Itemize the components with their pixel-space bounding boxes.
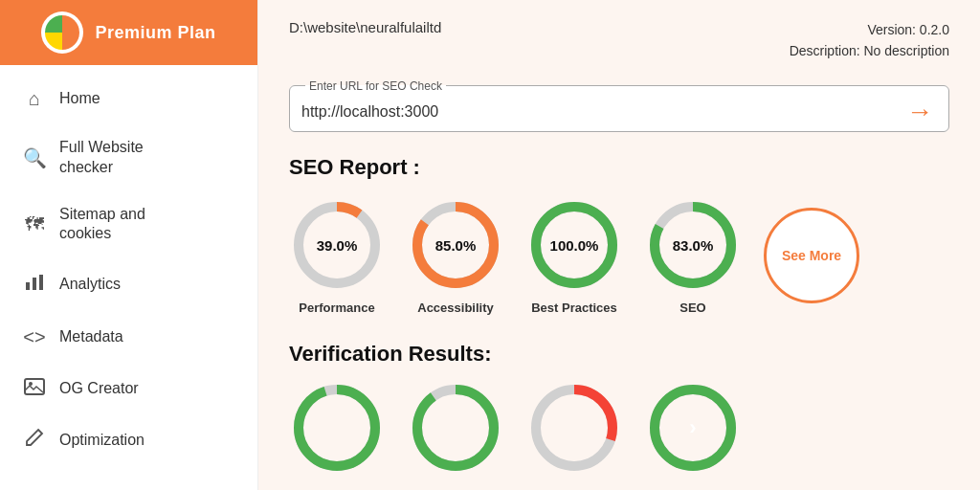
url-legend: Enter URL for SEO Check	[305, 79, 446, 93]
sidebar-item-label-analytics: Analytics	[59, 275, 121, 295]
see-more-label: See More	[782, 247, 841, 264]
edit-icon	[23, 428, 46, 453]
gauge-performance: 39.0% Performance	[289, 197, 385, 315]
svg-rect-1	[33, 278, 36, 290]
image-icon	[23, 376, 46, 401]
svg-rect-0	[26, 282, 30, 290]
gauge-accessibility-name: Accessibility	[417, 301, 494, 315]
gauge-seo-chart: 83.0%	[645, 197, 741, 293]
gauge-accessibility: 85.0% Accessibility	[408, 197, 503, 315]
sidebar-item-full-website-checker[interactable]: 🔍 Full Websitechecker	[0, 124, 257, 191]
sidebar-item-label-og: OG Creator	[59, 379, 139, 399]
gauge-accessibility-value: 85.0%	[435, 236, 477, 253]
file-path: D:\website\neuralfulailtd	[289, 19, 441, 35]
code-icon: <>	[23, 324, 46, 349]
verification-gauges-row: ›	[289, 380, 949, 476]
sidebar-item-og-creator[interactable]: OG Creator	[0, 363, 257, 414]
gauge-performance-chart: 39.0%	[289, 197, 385, 293]
bar-chart-icon	[23, 271, 46, 298]
verification-gauge-4: ›	[645, 380, 741, 476]
sidebar-item-home[interactable]: ⌂ Home	[0, 73, 257, 124]
verification-gauge-2-chart	[408, 380, 503, 476]
see-more-button[interactable]: See More	[764, 208, 859, 303]
sidebar-item-label-optimization: Optimization	[59, 431, 145, 451]
verification-section: Verification Results:	[289, 342, 949, 476]
gauge-best-practices: 100.0% Best Practices	[526, 197, 622, 315]
sidebar-item-analytics[interactable]: Analytics	[0, 257, 257, 311]
gauge-seo-name: SEO	[679, 301, 705, 315]
seo-gauges-row: 39.0% Performance 85.0% Accessibility	[289, 197, 949, 315]
verification-gauge-3	[526, 380, 622, 476]
logo	[41, 11, 83, 54]
version-text: Version: 0.2.0	[790, 19, 949, 40]
verification-gauge-1-chart	[289, 380, 385, 476]
arrow-right-icon: →	[906, 99, 933, 125]
gauge-best-practices-value: 100.0%	[550, 236, 599, 253]
gauge-best-practices-name: Best Practices	[531, 301, 617, 315]
see-more-item: See More	[764, 208, 859, 303]
gauge-accessibility-chart: 85.0%	[408, 197, 503, 293]
description-text: Description: No description	[790, 40, 949, 61]
url-fieldset: Enter URL for SEO Check →	[289, 79, 949, 132]
svg-point-14	[299, 390, 375, 466]
sidebar-item-label-sitemap: Sitemap andcookies	[59, 205, 145, 245]
seo-report: SEO Report : 39.0% Performance	[289, 155, 949, 315]
verification-gauge-4-arrow: ›	[689, 415, 696, 440]
main-content: D:\website\neuralfulailtd Version: 0.2.0…	[258, 0, 980, 490]
verification-gauge-3-chart	[526, 380, 622, 476]
map-icon: 🗺	[23, 212, 46, 236]
sidebar-item-optimization[interactable]: Optimization	[0, 414, 257, 466]
sidebar-nav: ⌂ Home 🔍 Full Websitechecker 🗺 Sitemap a…	[0, 65, 257, 490]
home-icon: ⌂	[23, 86, 46, 111]
svg-rect-2	[39, 275, 43, 290]
top-bar: D:\website\neuralfulailtd Version: 0.2.0…	[289, 19, 949, 62]
gauge-best-practices-chart: 100.0%	[526, 197, 622, 293]
plan-label: Premium Plan	[95, 23, 215, 43]
logo-graphic	[45, 15, 79, 50]
gauge-seo: 83.0% SEO	[645, 197, 741, 315]
sidebar-item-metadata[interactable]: <> Metadata	[0, 311, 257, 363]
gauge-seo-value: 83.0%	[673, 236, 714, 253]
verification-gauge-2	[408, 380, 503, 476]
verification-title: Verification Results:	[289, 342, 949, 367]
url-section: Enter URL for SEO Check →	[289, 79, 949, 132]
version-info: Version: 0.2.0 Description: No descripti…	[790, 19, 949, 62]
svg-point-16	[417, 390, 494, 466]
url-submit-button[interactable]: →	[902, 99, 937, 125]
url-input[interactable]	[301, 100, 902, 124]
seo-report-title: SEO Report :	[289, 155, 949, 180]
gauge-performance-value: 39.0%	[317, 236, 358, 253]
sidebar-header: Premium Plan	[0, 0, 257, 65]
sidebar: Premium Plan ⌂ Home 🔍 Full Websitechecke…	[0, 0, 258, 490]
sidebar-item-label-metadata: Metadata	[59, 327, 123, 347]
verification-gauge-1	[289, 380, 385, 476]
verification-gauge-4-chart: ›	[645, 380, 741, 476]
sidebar-item-sitemap-cookies[interactable]: 🗺 Sitemap andcookies	[0, 191, 257, 258]
sidebar-item-label-home: Home	[59, 89, 100, 109]
gauge-performance-name: Performance	[299, 301, 374, 315]
search-icon: 🔍	[23, 145, 46, 170]
sidebar-item-label-checker: Full Websitechecker	[59, 138, 144, 178]
